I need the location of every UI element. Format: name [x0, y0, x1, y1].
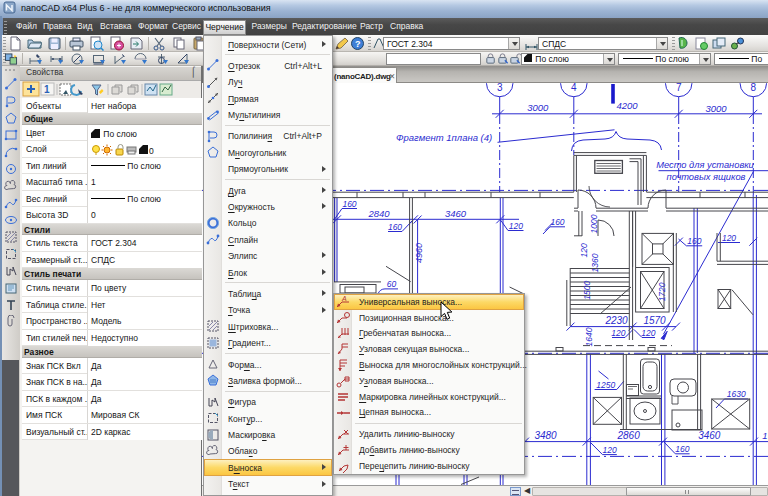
- svg-text:120: 120: [603, 445, 617, 455]
- svg-text:160: 160: [550, 217, 564, 227]
- svg-text:3460: 3460: [445, 208, 467, 219]
- svg-text:120: 120: [611, 328, 625, 338]
- svg-text:?: ?: [355, 39, 361, 49]
- svg-text:60: 60: [387, 279, 397, 289]
- svg-text:120: 120: [580, 243, 590, 257]
- svg-text:1630: 1630: [727, 389, 746, 399]
- svg-text:160: 160: [342, 199, 356, 209]
- svg-text:3480: 3480: [534, 430, 557, 441]
- svg-text:Место для установки: Место для установки: [656, 160, 754, 170]
- svg-text:1360: 1360: [590, 253, 600, 272]
- svg-text:120: 120: [641, 328, 655, 338]
- svg-text:почтовых ящиков: почтовых ящиков: [667, 172, 746, 182]
- svg-text:1640: 1640: [584, 327, 594, 346]
- svg-text:120: 120: [509, 221, 523, 231]
- svg-text:1250: 1250: [596, 380, 615, 390]
- svg-text:1570: 1570: [643, 315, 666, 326]
- svg-text:2840: 2840: [367, 208, 390, 219]
- svg-text:1500: 1500: [582, 281, 592, 300]
- svg-text:A: A: [341, 295, 347, 302]
- svg-text:4: 4: [571, 83, 577, 93]
- svg-text:2860: 2860: [616, 430, 640, 441]
- svg-text:3: 3: [497, 83, 503, 93]
- svg-text:120: 120: [722, 233, 736, 243]
- svg-text:4200: 4200: [616, 100, 638, 111]
- svg-text:2230: 2230: [604, 315, 628, 326]
- svg-text:Фрагмент 1плана (4): Фрагмент 1плана (4): [396, 132, 492, 143]
- svg-text:1: 1: [762, 430, 767, 441]
- svg-text:8: 8: [751, 83, 757, 93]
- svg-text:4960: 4960: [414, 243, 424, 263]
- svg-text:3000: 3000: [527, 102, 549, 113]
- svg-text:7: 7: [676, 83, 682, 93]
- svg-text:3000: 3000: [705, 103, 727, 114]
- svg-text:160: 160: [687, 236, 701, 246]
- svg-text:1000: 1000: [589, 214, 599, 233]
- svg-text:160: 160: [388, 222, 402, 232]
- svg-text:1720: 1720: [657, 282, 667, 301]
- svg-text:3460: 3460: [698, 430, 721, 441]
- svg-text:1: 1: [44, 84, 50, 95]
- svg-text:160: 160: [675, 444, 689, 454]
